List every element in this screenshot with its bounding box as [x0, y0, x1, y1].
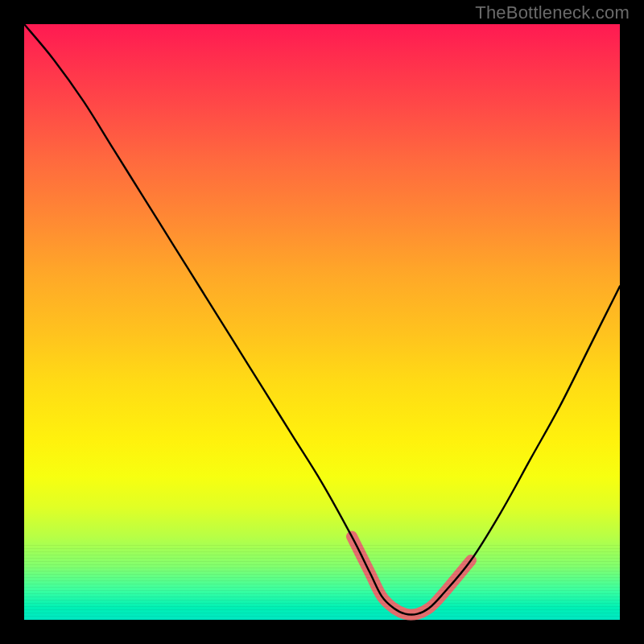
gradient-band: [24, 561, 620, 562]
gradient-band: [24, 545, 620, 546]
gradient-band: [24, 606, 620, 607]
gradient-band: [24, 603, 620, 604]
gradient-band: [24, 619, 620, 620]
gradient-band: [24, 613, 620, 613]
gradient-band: [24, 558, 620, 559]
gradient-band: [24, 590, 620, 591]
watermark-text: TheBottleneck.com: [475, 2, 630, 23]
gradient-band: [24, 600, 620, 601]
curve-line: [24, 24, 620, 615]
gradient-band: [24, 577, 620, 578]
gradient-band: [24, 609, 620, 610]
gradient-band: [24, 587, 620, 588]
gradient-band: [24, 574, 620, 575]
gradient-band: [24, 580, 620, 581]
gradient-band: [24, 548, 620, 549]
chart-frame: TheBottleneck.com: [0, 0, 644, 644]
gradient-band: [24, 593, 620, 594]
gradient-band: [24, 564, 620, 565]
gradient-band: [24, 584, 620, 584]
gradient-plot-area: [24, 24, 620, 620]
gradient-band: [24, 551, 620, 552]
bottleneck-curve-svg: [24, 24, 620, 620]
gradient-band: [24, 568, 620, 568]
gradient-band: [24, 555, 620, 555]
gradient-band: [24, 597, 620, 597]
gradient-band: [24, 616, 620, 617]
gradient-band: [24, 571, 620, 572]
